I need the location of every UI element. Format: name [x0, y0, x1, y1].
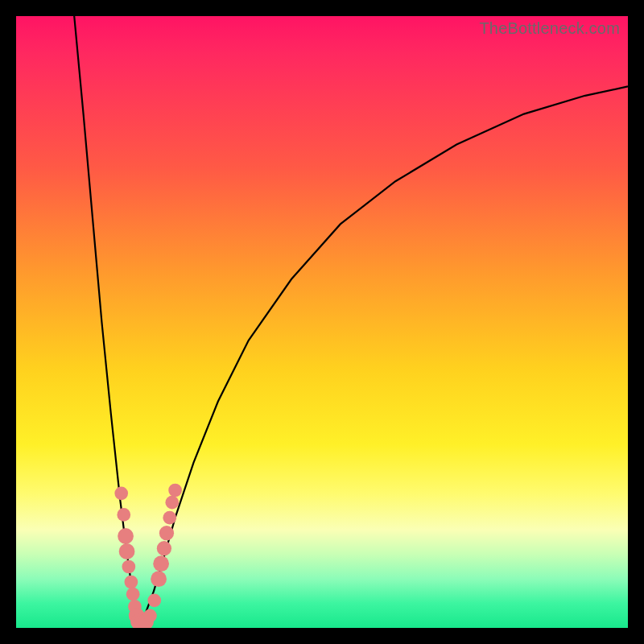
- curve-right-branch: [138, 86, 628, 625]
- highlight-dot: [126, 588, 140, 601]
- highlight-dot: [147, 593, 161, 607]
- highlight-dot: [159, 526, 174, 540]
- highlight-dot: [163, 511, 176, 525]
- highlight-dot: [151, 571, 167, 587]
- highlight-dot: [153, 555, 169, 572]
- chart-svg: [16, 16, 628, 628]
- highlight-dot: [118, 528, 134, 544]
- highlight-dot: [114, 486, 128, 500]
- plot-area: TheBottleneck.com: [16, 16, 628, 628]
- highlight-dot: [165, 496, 179, 510]
- highlight-dot: [143, 609, 157, 622]
- chart-frame: TheBottleneck.com: [0, 0, 644, 644]
- highlight-dot: [119, 543, 135, 559]
- highlight-dot: [117, 508, 130, 522]
- highlight-dot: [125, 576, 138, 589]
- highlight-dot: [122, 560, 135, 574]
- highlight-dot: [157, 541, 171, 555]
- highlight-dot: [168, 484, 182, 497]
